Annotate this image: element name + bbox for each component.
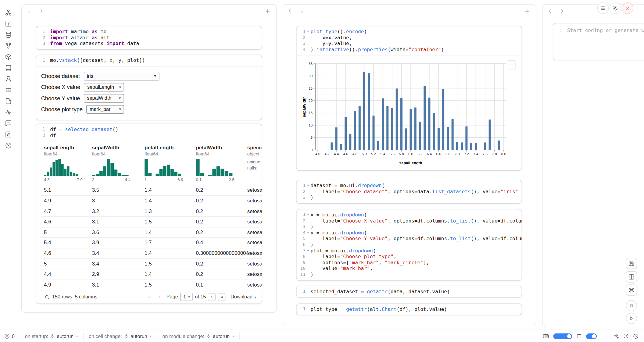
package-icon[interactable]: [4, 53, 12, 60]
search-icon[interactable]: [44, 294, 50, 300]
column-header[interactable]: speciesobjectunique:nulls:: [244, 145, 262, 182]
chart-menu-icon[interactable]: ⋯: [507, 61, 516, 70]
column-right-chevron-icon[interactable]: [299, 8, 305, 15]
fold-chevron-icon[interactable]: [306, 195, 310, 201]
pen-square-icon[interactable]: [4, 131, 12, 138]
message-square-icon[interactable]: [4, 120, 12, 126]
compact-toggle[interactable]: [586, 333, 597, 339]
columns-icon[interactable]: [576, 333, 582, 339]
add-cell-icon[interactable]: [264, 8, 271, 15]
table-row[interactable]: 5.13.51.40.2setosa: [41, 185, 262, 195]
table-row[interactable]: 4.931.40.2setosa: [41, 195, 262, 206]
command-icon[interactable]: ⌘: [626, 284, 637, 295]
altair-bar-chart[interactable]: 051015202530354.04.24.44.64.85.05.25.45.…: [302, 59, 510, 166]
list-icon[interactable]: [4, 87, 12, 93]
ai-code-input[interactable]: 1 Start coding or generate with AI.: [553, 23, 644, 60]
sitemap-icon[interactable]: [4, 9, 12, 16]
close-icon[interactable]: [622, 2, 633, 14]
y-select[interactable]: sepalWidth▼: [84, 94, 124, 102]
fold-chevron-icon[interactable]: ▼: [306, 183, 310, 189]
generate-link[interactable]: generate: [615, 27, 639, 33]
download-button[interactable]: Download ▼: [231, 294, 257, 300]
fold-chevron-icon[interactable]: [45, 133, 50, 139]
first-page-button[interactable]: «: [145, 293, 153, 301]
table-row[interactable]: 4.73.21.30.2setosa: [41, 206, 262, 216]
gear-icon[interactable]: [610, 2, 621, 14]
code-editor[interactable]: 1plot_type = getattr(alt.Chart(df), plot…: [296, 304, 521, 315]
plot-type-select[interactable]: mark_bar▼: [86, 105, 124, 113]
fold-chevron-icon[interactable]: [306, 260, 310, 266]
code-editor[interactable]: 1selected_dataset = getattr(data, datase…: [296, 286, 521, 297]
fold-chevron-icon[interactable]: ▼: [306, 248, 310, 254]
prev-page-button[interactable]: ‹: [156, 293, 163, 301]
table-row[interactable]: 4.63.11.50.2setosa: [41, 216, 262, 227]
fold-chevron-icon[interactable]: [306, 218, 310, 224]
table-row[interactable]: 5.43.91.70.4setosa: [41, 237, 262, 248]
width-toggle[interactable]: [553, 333, 572, 339]
code-editor[interactable]: 1import marimo as mo2import altair as al…: [36, 26, 262, 49]
fold-chevron-icon[interactable]: [306, 47, 310, 53]
fold-chevron-icon[interactable]: [306, 35, 310, 41]
on-cell-change-setting[interactable]: on cell change: autorun▼: [84, 333, 158, 340]
table-row[interactable]: 53.41.50.2setosa: [41, 258, 262, 269]
pulse-icon[interactable]: [4, 109, 12, 116]
flask-icon[interactable]: [4, 76, 12, 82]
last-page-button[interactable]: »: [218, 293, 226, 301]
column-header[interactable]: petalLengthfloat6416.9: [142, 145, 193, 182]
fold-chevron-icon[interactable]: ▼: [306, 29, 310, 35]
play-icon[interactable]: [626, 313, 637, 324]
fold-chevron-icon[interactable]: [306, 224, 310, 230]
page-select[interactable]: 1▼: [181, 293, 193, 301]
node-graph-icon[interactable]: [4, 42, 12, 49]
book-icon[interactable]: [4, 64, 12, 71]
column-header[interactable]: sepalLengthfloat644.37.9: [41, 145, 89, 182]
history-icon[interactable]: [633, 333, 639, 339]
column-right-chevron-icon[interactable]: [559, 8, 566, 15]
fold-chevron-icon[interactable]: [45, 29, 50, 35]
shuffle-icon[interactable]: [623, 333, 629, 339]
sparkles-icon[interactable]: [613, 333, 619, 339]
fold-chevron-icon[interactable]: [306, 41, 310, 47]
stop-icon[interactable]: [626, 300, 637, 311]
error-indicator[interactable]: 0: [0, 333, 20, 340]
f-square-icon[interactable]: f: [4, 20, 12, 27]
x-select[interactable]: sepalLength▼: [84, 83, 124, 91]
on-startup-setting[interactable]: on startup: autorun▼: [20, 333, 84, 340]
fold-chevron-icon[interactable]: [45, 41, 50, 47]
column-header[interactable]: sepalWidthfloat6424.4: [89, 145, 141, 182]
code-editor[interactable]: 1df = selected_dataset()2df: [36, 124, 262, 141]
menu-icon[interactable]: [597, 2, 609, 14]
fold-chevron-icon[interactable]: [45, 126, 50, 133]
table-row[interactable]: 4.42.91.40.2setosa: [41, 269, 262, 279]
question-circle-icon[interactable]: [4, 142, 12, 149]
fold-chevron-icon[interactable]: ▼: [306, 230, 310, 236]
fold-chevron-icon[interactable]: [306, 289, 310, 295]
fold-chevron-icon[interactable]: [306, 266, 310, 272]
code-editor[interactable]: 1▼plot_type().encode(2 x=x.value,3 y=y.v…: [296, 26, 521, 55]
database-icon[interactable]: [4, 31, 12, 38]
layout-icon[interactable]: [626, 271, 637, 282]
fold-chevron-icon[interactable]: [45, 58, 50, 64]
code-editor[interactable]: 1mo.vstack([dataset, x, y, plot]): [36, 55, 262, 66]
fold-chevron-icon[interactable]: [306, 242, 310, 248]
column-left-chevron-icon[interactable]: [26, 8, 33, 15]
fold-chevron-icon[interactable]: [45, 35, 50, 41]
on-module-change-setting[interactable]: on module change: autorun▼: [157, 333, 240, 340]
fold-chevron-icon[interactable]: [306, 236, 310, 242]
add-cell-icon[interactable]: [524, 8, 530, 15]
fold-chevron-icon[interactable]: [306, 306, 310, 312]
fold-chevron-icon[interactable]: ▼: [306, 212, 310, 218]
keyboard-icon[interactable]: [542, 333, 549, 340]
fold-chevron-icon[interactable]: [306, 272, 310, 278]
document-icon[interactable]: [4, 98, 12, 105]
fold-chevron-icon[interactable]: [306, 189, 310, 195]
column-left-chevron-icon[interactable]: [286, 8, 293, 15]
fold-chevron-icon[interactable]: [306, 254, 310, 260]
column-left-chevron-icon[interactable]: [547, 8, 553, 15]
dataset-select[interactable]: iris▼: [84, 72, 159, 80]
save-icon[interactable]: [626, 258, 637, 269]
code-editor[interactable]: 1▼x = mo.ui.dropdown(2 label="Choose X v…: [296, 209, 521, 280]
code-editor[interactable]: 1▼dataset = mo.ui.dropdown(2 label="Choo…: [296, 180, 521, 203]
table-row[interactable]: 53.61.40.2setosa: [41, 227, 262, 237]
table-row[interactable]: 4.93.11.50.1setosa: [41, 280, 262, 290]
